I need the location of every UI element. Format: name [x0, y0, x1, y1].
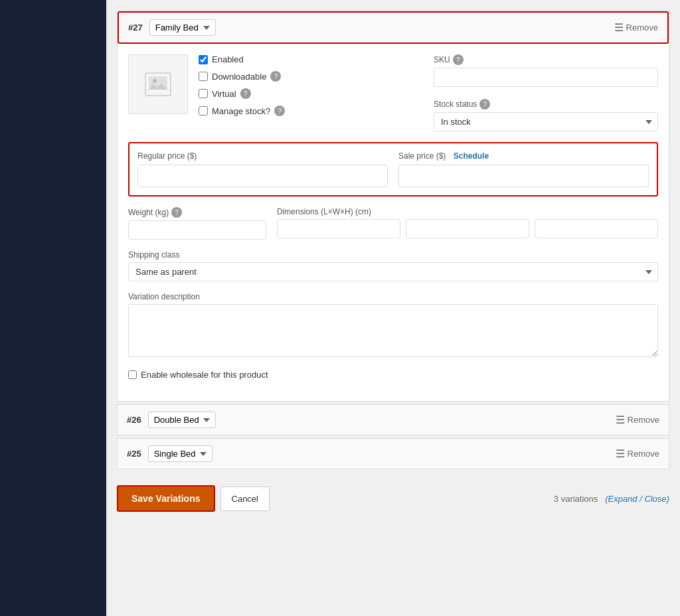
stock-status-label: Stock status ?: [434, 99, 658, 110]
downloadable-label: Downloadable: [212, 72, 266, 82]
variation-25-remove-button[interactable]: ☰ Remove: [616, 447, 659, 460]
dimension-w-input[interactable]: 0: [406, 219, 529, 238]
dimensions-label: Dimensions (L×W×H) (cm): [277, 207, 658, 216]
variation-27-body: Enabled Downloadable ? Virtual ? Ma: [118, 44, 669, 401]
variation-25-remove-label: Remove: [628, 449, 659, 459]
variation-26-header-left: #26 Double Bed: [127, 412, 216, 428]
sku-help-icon[interactable]: ?: [453, 54, 464, 65]
manage-stock-label: Manage stock?: [212, 106, 270, 116]
dimensions-field: Dimensions (L×W×H) (cm) 0 0 0: [277, 207, 658, 240]
virtual-checkbox-row[interactable]: Virtual ?: [199, 88, 423, 99]
variation-27-card: #27 Family Bed ☰ Remove: [117, 11, 669, 402]
variation-27-select[interactable]: Family Bed: [149, 19, 216, 36]
variation-25-header-left: #25 Single Bed: [127, 445, 212, 462]
variation-27-top-row: Enabled Downloadable ? Virtual ? Ma: [128, 54, 658, 131]
variation-25-card: #25 Single Bed ☰ Remove: [117, 438, 669, 469]
downloadable-checkbox[interactable]: [199, 72, 208, 81]
sku-field-group: SKU ?: [434, 54, 658, 87]
expand-close-text[interactable]: Expand / Close: [608, 494, 666, 504]
variation-25-id: #25: [127, 449, 141, 459]
manage-stock-help-icon[interactable]: ?: [274, 106, 285, 116]
variation-25-header: #25 Single Bed ☰ Remove: [118, 439, 669, 469]
shipping-class-group: Shipping class Same as parent: [128, 250, 658, 281]
shipping-class-select[interactable]: Same as parent: [128, 262, 658, 281]
main-content: #27 Family Bed ☰ Remove: [106, 0, 680, 616]
sku-input[interactable]: [434, 68, 658, 87]
virtual-checkbox[interactable]: [199, 89, 208, 98]
variation-27-remove-button[interactable]: ☰ Remove: [614, 21, 658, 34]
svg-point-2: [153, 79, 157, 83]
variation-27-header: #27 Family Bed ☰ Remove: [118, 11, 669, 44]
enabled-label: Enabled: [212, 54, 244, 64]
variations-count: 3 variations: [554, 494, 598, 504]
dimension-h-input[interactable]: 0: [535, 219, 658, 238]
variation-26-remove-label: Remove: [628, 415, 659, 425]
menu-lines-icon: ☰: [614, 21, 624, 34]
sale-price-field: Sale price ($) Schedule 449: [398, 151, 649, 187]
virtual-label: Virtual: [212, 89, 236, 99]
regular-price-input[interactable]: 500: [137, 165, 388, 187]
variation-27-header-left: #27 Family Bed: [128, 19, 216, 36]
variation-26-header: #26 Double Bed ☰ Remove: [118, 405, 669, 435]
stock-status-select[interactable]: In stock Out of stock On backorder: [434, 112, 658, 131]
dimensions-inputs: 0 0 0: [277, 219, 658, 238]
menu-lines-icon-25: ☰: [616, 447, 625, 460]
product-image-placeholder[interactable]: [128, 54, 188, 114]
wholesale-label: Enable wholesale for this product: [141, 370, 268, 380]
variation-26-remove-button[interactable]: ☰ Remove: [616, 414, 659, 426]
weight-field: Weight (kg) ? 0: [128, 207, 266, 240]
weight-label: Weight (kg) ?: [128, 207, 266, 218]
manage-stock-checkbox-row[interactable]: Manage stock? ?: [199, 106, 423, 116]
sku-label: SKU ?: [434, 54, 658, 65]
variation-desc-label: Variation description: [128, 292, 658, 301]
save-variations-button[interactable]: Save Variations: [117, 485, 215, 512]
menu-lines-icon-26: ☰: [616, 414, 625, 426]
dimensions-row: Weight (kg) ? 0 Dimensions (L×W×H) (cm) …: [128, 207, 658, 240]
weight-help-icon[interactable]: ?: [171, 207, 182, 218]
cancel-button[interactable]: Cancel: [220, 487, 270, 511]
wholesale-checkbox[interactable]: [128, 370, 137, 379]
stock-status-field-group: Stock status ? In stock Out of stock On …: [434, 99, 658, 131]
variation-27-id: #27: [128, 23, 143, 33]
variation-desc-textarea[interactable]: [128, 304, 658, 357]
expand-close-paren: ): [667, 494, 669, 504]
variation-desc-group: Variation description: [128, 292, 658, 359]
price-section: Regular price ($) 500 Sale price ($) Sch…: [128, 142, 658, 196]
downloadable-checkbox-row[interactable]: Downloadable ?: [199, 71, 423, 82]
variation-26-select[interactable]: Double Bed: [148, 412, 216, 428]
checkboxes-col: Enabled Downloadable ? Virtual ? Ma: [199, 54, 423, 131]
manage-stock-checkbox[interactable]: [199, 106, 208, 116]
weight-input[interactable]: 0: [128, 220, 266, 240]
virtual-help-icon[interactable]: ?: [240, 88, 251, 99]
dimension-l-input[interactable]: 0: [277, 219, 400, 238]
variation-26-card: #26 Double Bed ☰ Remove: [117, 404, 669, 435]
sale-price-label: Sale price ($) Schedule: [398, 151, 649, 161]
variation-25-select[interactable]: Single Bed: [148, 445, 212, 462]
variation-26-id: #26: [127, 415, 141, 425]
footer-left: Save Variations Cancel: [117, 485, 270, 512]
wholesale-checkbox-row[interactable]: Enable wholesale for this product: [128, 370, 658, 380]
shipping-class-label: Shipping class: [128, 250, 658, 260]
sale-price-input[interactable]: 449: [398, 165, 649, 187]
footer: Save Variations Cancel 3 variations (Exp…: [117, 475, 669, 522]
footer-right: 3 variations (Expand / Close): [554, 494, 669, 504]
sidebar: [0, 0, 106, 616]
regular-price-label: Regular price ($): [137, 151, 388, 161]
enabled-checkbox-row[interactable]: Enabled: [199, 54, 423, 64]
variation-27-remove-label: Remove: [626, 23, 658, 33]
enabled-checkbox[interactable]: [199, 55, 208, 64]
regular-price-field: Regular price ($) 500: [137, 151, 388, 187]
schedule-link[interactable]: Schedule: [454, 151, 489, 161]
sku-col: SKU ? Stock status ? In stock Out of sto…: [434, 54, 658, 131]
downloadable-help-icon[interactable]: ?: [270, 71, 281, 82]
stock-status-help-icon[interactable]: ?: [479, 99, 490, 110]
